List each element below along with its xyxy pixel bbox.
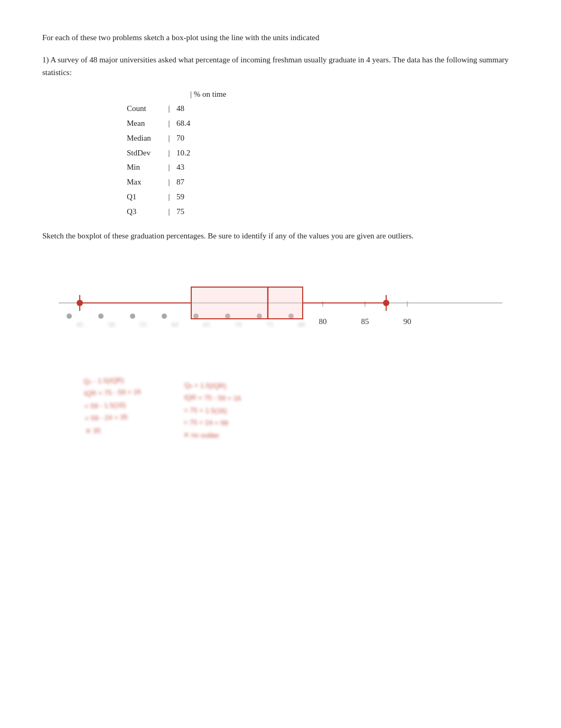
stats-row: Q1|59 [127, 190, 519, 205]
problem1-statement: 1) A survey of 48 major universities ask… [42, 53, 519, 79]
stats-row-pipe: | [164, 131, 174, 146]
stats-row-label: Count [127, 102, 164, 116]
svg-point-22 [383, 300, 389, 306]
stats-row: StdDev|10.2 [127, 146, 519, 161]
stats-row-value: 87 [174, 175, 201, 190]
svg-text:90: 90 [404, 317, 412, 326]
stats-header-spacer [153, 87, 190, 102]
stats-row: Min|43 [127, 160, 519, 175]
stats-row-value: 48 [174, 102, 201, 116]
intro-text: For each of these two problems sketch a … [42, 32, 519, 44]
stats-row-label: Q1 [127, 190, 164, 205]
stats-row-value: 70 [174, 131, 201, 146]
stats-row-label: StdDev [127, 146, 164, 161]
sketch-instruction: Sketch the boxplot of these graduation p… [42, 229, 519, 242]
svg-text:65: 65 [203, 320, 210, 328]
stats-row: Mean|68.4 [127, 116, 519, 131]
svg-point-17 [77, 300, 83, 306]
stats-row-value: 75 [174, 205, 201, 219]
svg-text:85: 85 [361, 317, 369, 326]
svg-text:45: 45 [77, 320, 83, 328]
svg-point-4 [162, 314, 167, 319]
stats-row-pipe: | [164, 146, 174, 161]
svg-text:75: 75 [267, 320, 274, 328]
stats-row-value: 43 [174, 160, 201, 175]
stats-row-label: Mean [127, 116, 164, 131]
stats-row: Count|48 [127, 102, 519, 116]
stats-row-pipe: | [164, 205, 174, 219]
stats-row-value: 59 [174, 190, 201, 205]
hw-right-line2: IQR = 75 - 59 = 16 [184, 392, 241, 405]
boxplot-area: 80 85 90 45 50 55 [42, 258, 519, 353]
stats-header-label: | % on time [190, 87, 226, 102]
svg-text:70: 70 [235, 320, 242, 328]
stats-row-pipe: | [164, 116, 174, 131]
svg-text:80: 80 [319, 317, 327, 326]
stats-row-pipe: | [164, 175, 174, 190]
boxplot-svg: 80 85 90 45 50 55 [42, 258, 519, 343]
svg-text:80: 80 [298, 320, 305, 328]
hw-left-line2: IQR = 75 - 59 = 16 [84, 386, 141, 400]
stats-row-label: Median [127, 131, 164, 146]
svg-point-3 [130, 314, 135, 319]
svg-rect-18 [191, 287, 303, 319]
svg-text:55: 55 [140, 320, 147, 328]
stats-row-label: Min [127, 160, 164, 175]
stats-row: Median|70 [127, 131, 519, 146]
stats-table: | % on time Count|48Mean|68.4Median|70St… [127, 87, 519, 219]
stats-row-label: Max [127, 175, 164, 190]
svg-text:60: 60 [172, 320, 179, 328]
hw-right-line4: = 75 + 24 = 99 [183, 416, 240, 429]
handwritten-area: Q₁ - 1.5(IQR) IQR = 75 - 59 = 16 = 59 - … [85, 374, 519, 441]
stats-row-value: 10.2 [174, 146, 201, 161]
stats-header-row: | % on time [153, 87, 519, 102]
stats-row-label: Q3 [127, 205, 164, 219]
hw-right-line3: = 75 + 1.5(16) [183, 404, 240, 417]
stats-row-value: 68.4 [174, 116, 201, 131]
handwritten-left: Q₁ - 1.5(IQR) IQR = 75 - 59 = 16 = 59 - … [83, 373, 143, 443]
svg-text:50: 50 [108, 320, 115, 328]
stats-row-pipe: | [164, 160, 174, 175]
hw-right-line5: ✕ no outlier [183, 429, 240, 442]
handwritten-right: Q₃ + 1.5(IQR) IQR = 75 - 59 = 16 = 75 + … [183, 379, 241, 442]
stats-row: Max|87 [127, 175, 519, 190]
hw-right-line1: Q₃ + 1.5(IQR) [184, 379, 241, 392]
stats-row: Q3|75 [127, 205, 519, 219]
hw-left-line5: ✕ 35 [85, 423, 142, 437]
svg-point-1 [67, 314, 72, 319]
stats-row-pipe: | [164, 102, 174, 116]
svg-point-2 [98, 314, 104, 319]
stats-row-pipe: | [164, 190, 174, 205]
